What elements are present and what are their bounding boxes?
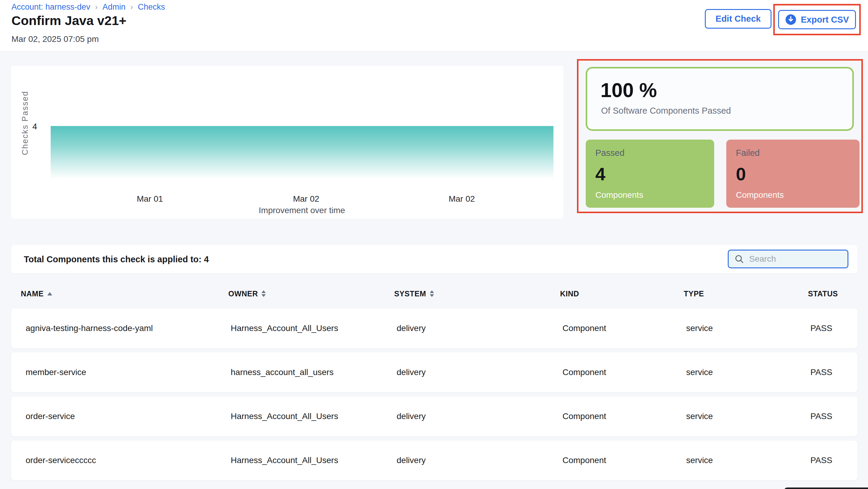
passed-value: 4 <box>595 165 714 183</box>
cell-status: PASS <box>810 367 858 377</box>
cell-status: PASS <box>810 324 858 333</box>
cell-name: order-serviceccccc <box>26 456 231 465</box>
search-input[interactable] <box>749 254 842 264</box>
percent-passed-value: 100 % <box>600 79 852 102</box>
table-row[interactable]: order-serviceccccc Harness_Account_All_U… <box>11 441 858 480</box>
cell-kind: Component <box>562 324 686 333</box>
passed-stat-card: Passed 4 Components <box>586 139 714 208</box>
cell-kind: Component <box>562 367 686 377</box>
failed-stat-card: Failed 0 Components <box>726 139 860 208</box>
cell-name: member-service <box>26 367 231 377</box>
breadcrumb-checks-link[interactable]: Checks <box>138 2 165 12</box>
cell-status: PASS <box>810 412 858 421</box>
chart-x-tick: Mar 02 <box>448 194 475 204</box>
chart-x-tick: Mar 01 <box>136 194 163 204</box>
total-components-text: Total Components this check is applied t… <box>24 255 209 264</box>
table-row[interactable]: order-service Harness_Account_All_Users … <box>11 396 858 436</box>
cell-kind: Component <box>562 412 686 421</box>
cell-kind: Component <box>562 456 686 465</box>
components-table-header: NAME OWNER SYSTEM KIND TYPE STATUS <box>11 283 858 304</box>
cell-owner: Harness_Account_All_Users <box>231 324 397 333</box>
cell-system: delivery <box>397 324 562 333</box>
chart-x-axis-title: Improvement over time <box>259 206 345 215</box>
top-header: Account: harness-dev › Admin › Checks Co… <box>0 0 868 52</box>
cell-owner: Harness_Account_All_Users <box>231 412 397 421</box>
cell-system: delivery <box>397 456 562 465</box>
breadcrumb-admin-link[interactable]: Admin <box>102 2 126 12</box>
area-series <box>51 126 553 179</box>
export-csv-button[interactable]: Export CSV <box>778 10 856 29</box>
failed-caption: Components <box>736 190 860 200</box>
sort-icon <box>261 290 266 297</box>
breadcrumb: Account: harness-dev › Admin › Checks <box>11 2 165 12</box>
check-timestamp: Mar 02, 2025 07:05 pm <box>11 34 99 44</box>
column-header-type: TYPE <box>684 289 808 298</box>
column-header-status: STATUS <box>808 289 858 298</box>
percent-passed-caption: Of Software Components Passed <box>601 106 852 116</box>
chart-x-tick: Mar 02 <box>293 194 319 204</box>
cell-type: service <box>686 367 810 377</box>
search-icon <box>734 254 744 264</box>
sort-ascending-icon <box>48 292 52 295</box>
column-header-status-label: STATUS <box>808 289 838 298</box>
breadcrumb-separator-icon: › <box>130 2 133 12</box>
cell-system: delivery <box>397 412 562 421</box>
bottom-toast-peek <box>784 488 868 489</box>
column-header-owner[interactable]: OWNER <box>228 289 394 298</box>
column-header-system-label: SYSTEM <box>394 289 426 298</box>
cell-type: service <box>686 324 810 333</box>
sort-icon <box>430 290 434 297</box>
failed-label: Failed <box>736 148 860 158</box>
edit-check-button[interactable]: Edit Check <box>705 9 772 29</box>
page-title: Confirm Java v21+ <box>11 13 126 28</box>
check-details-page: Account: harness-dev › Admin › Checks Co… <box>0 0 868 489</box>
cell-status: PASS <box>810 456 858 465</box>
cell-type: service <box>686 412 810 421</box>
cell-name: order-service <box>26 412 231 421</box>
column-header-name[interactable]: NAME <box>21 289 228 298</box>
column-header-type-label: TYPE <box>684 289 704 298</box>
cell-type: service <box>686 456 810 465</box>
export-csv-annotation-box: Export CSV <box>773 4 861 35</box>
breadcrumb-account-link[interactable]: Account: harness-dev <box>11 2 90 12</box>
column-header-name-label: NAME <box>21 289 44 298</box>
cell-system: delivery <box>397 367 562 377</box>
table-row[interactable]: member-service harness_account_all_users… <box>11 352 858 392</box>
chart-y-tick: 4 <box>28 122 37 131</box>
column-header-system[interactable]: SYSTEM <box>394 289 560 298</box>
percent-passed-card: 100 % Of Software Components Passed <box>586 67 854 131</box>
components-table-body: agniva-testing-harness-code-yaml Harness… <box>11 308 858 485</box>
cell-name: agniva-testing-harness-code-yaml <box>26 324 231 333</box>
stats-annotation-box: 100 % Of Software Components Passed Pass… <box>577 59 863 213</box>
cell-owner: Harness_Account_All_Users <box>231 456 397 465</box>
passed-label: Passed <box>595 148 714 158</box>
column-header-owner-label: OWNER <box>228 289 258 298</box>
table-row[interactable]: agniva-testing-harness-code-yaml Harness… <box>11 308 858 348</box>
checks-passed-chart-card: Checks Passed 4 Mar 01 Mar 02 Mar 02 Imp… <box>11 66 563 219</box>
search-box[interactable] <box>728 250 848 268</box>
download-icon <box>785 14 797 25</box>
breadcrumb-separator-icon: › <box>95 2 98 12</box>
total-components-bar: Total Components this check is applied t… <box>11 245 858 273</box>
column-header-kind-label: KIND <box>560 289 579 298</box>
export-csv-label: Export CSV <box>801 15 849 25</box>
cell-owner: harness_account_all_users <box>231 367 397 377</box>
column-header-kind: KIND <box>560 289 684 298</box>
passed-caption: Components <box>595 190 714 200</box>
failed-value: 0 <box>736 165 860 183</box>
